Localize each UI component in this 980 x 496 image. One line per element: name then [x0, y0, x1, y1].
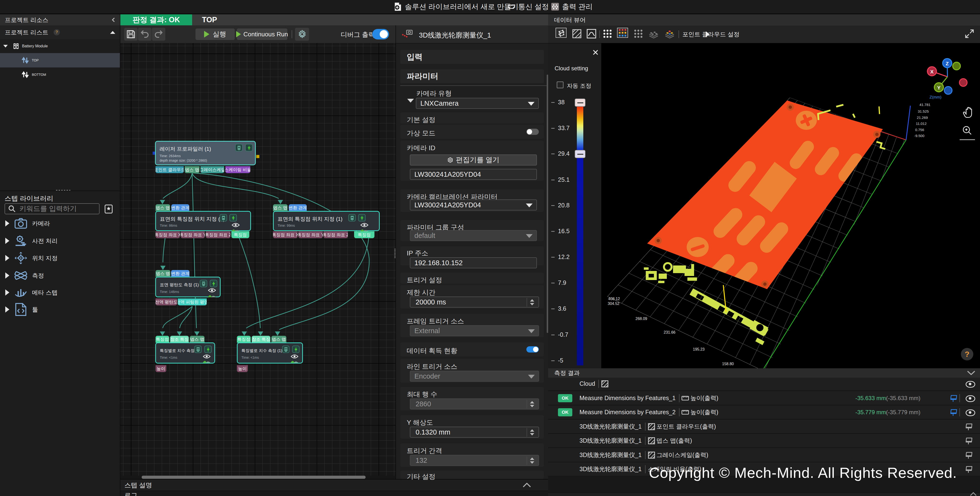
svg-text:268.09: 268.09 — [635, 316, 647, 321]
svg-text:Z(mm): Z(mm) — [929, 95, 942, 100]
svg-text:158.80: 158.80 — [722, 362, 734, 366]
svg-text:231.66: 231.66 — [664, 330, 675, 334]
svg-text:408.12: 408.12 — [608, 297, 620, 301]
svg-text:195.23: 195.23 — [693, 347, 705, 351]
svg-text:?: ? — [965, 350, 969, 358]
svg-text:-9.500: -9.500 — [914, 134, 924, 138]
svg-text:0.756: 0.756 — [915, 128, 924, 132]
svg-text:304.52: 304.52 — [608, 302, 619, 306]
svg-text:21.269: 21.269 — [917, 116, 928, 119]
svg-text:31.525: 31.525 — [918, 109, 929, 113]
svg-text:Y: Y — [937, 85, 940, 91]
svg-text:Z: Z — [946, 61, 949, 66]
svg-text:X: X — [930, 69, 934, 75]
svg-text:41.781: 41.781 — [920, 103, 931, 107]
svg-text:11.012: 11.012 — [916, 121, 927, 126]
